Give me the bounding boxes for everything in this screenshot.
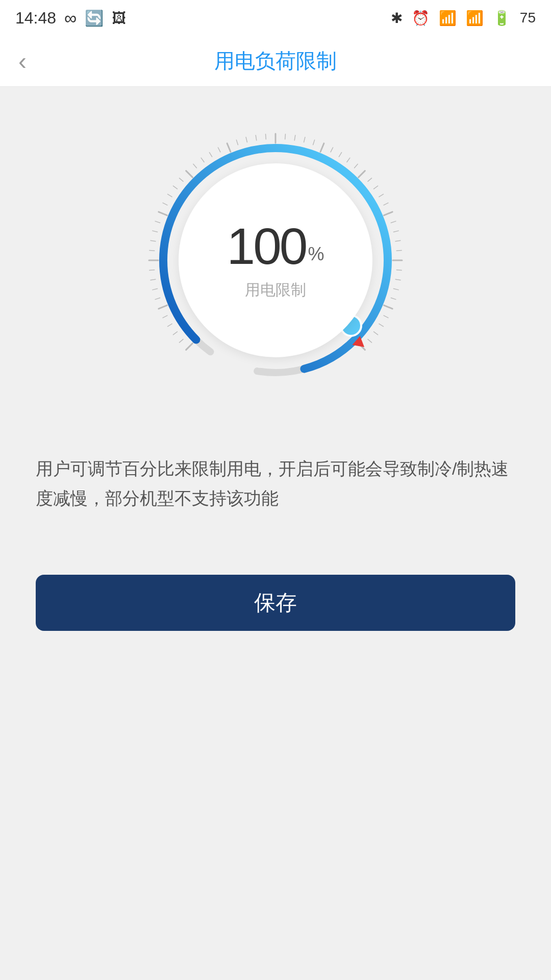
svg-line-35 xyxy=(320,143,324,152)
svg-line-7 xyxy=(153,289,158,290)
description-section: 用户可调节百分比来限制用电，开启后可能会导致制冷/制热速度减慢，部分机型不支持该… xyxy=(0,424,551,534)
svg-line-37 xyxy=(339,153,341,157)
dial-container[interactable]: 100 % 用电限制 xyxy=(143,128,408,393)
svg-line-21 xyxy=(193,164,196,168)
svg-line-43 xyxy=(379,194,384,197)
svg-line-5 xyxy=(159,305,167,309)
header: ‹ 用电负荷限制 xyxy=(0,36,551,87)
dial-value-container: 100 % xyxy=(227,220,324,272)
back-button[interactable]: ‹ xyxy=(18,47,27,75)
svg-line-11 xyxy=(149,251,155,251)
svg-line-20 xyxy=(186,171,193,178)
svg-line-45 xyxy=(384,212,392,215)
svg-line-33 xyxy=(304,137,305,142)
svg-line-31 xyxy=(285,134,286,139)
svg-line-19 xyxy=(179,178,183,181)
svg-line-28 xyxy=(256,135,257,140)
svg-line-48 xyxy=(395,240,400,241)
dial-percent: % xyxy=(308,245,324,263)
status-time-area: 14:48 ∞ 🔄 🖼 xyxy=(15,8,126,28)
dial-section: 100 % 用电限制 xyxy=(0,87,551,424)
svg-line-46 xyxy=(391,221,396,223)
svg-line-6 xyxy=(155,298,160,300)
svg-line-8 xyxy=(151,279,156,280)
wifi-icon: 📶 xyxy=(439,10,457,27)
svg-line-34 xyxy=(313,140,315,145)
svg-line-27 xyxy=(246,137,247,142)
main-content: 100 % 用电限制 用户可调节百分比来限制用电，开启后可能会导致制冷/制热速度… xyxy=(0,87,551,662)
bluetooth-icon: ✱ xyxy=(391,10,403,27)
svg-line-59 xyxy=(368,339,372,342)
svg-line-16 xyxy=(163,203,167,205)
svg-line-9 xyxy=(149,270,155,271)
svg-line-14 xyxy=(155,221,160,223)
svg-line-25 xyxy=(227,143,231,152)
svg-line-23 xyxy=(209,153,212,157)
sync-icon: 🔄 xyxy=(85,9,104,27)
svg-line-58 xyxy=(374,332,378,335)
signal-icon: 📶 xyxy=(466,10,484,27)
description-text: 用户可调节百分比来限制用电，开启后可能会导致制冷/制热速度减慢，部分机型不支持该… xyxy=(36,454,515,513)
svg-line-53 xyxy=(393,289,398,290)
svg-line-38 xyxy=(347,158,350,162)
svg-line-12 xyxy=(151,240,156,241)
save-button[interactable]: 保存 xyxy=(36,575,515,631)
image-icon: 🖼 xyxy=(112,10,126,27)
svg-line-22 xyxy=(201,158,204,162)
page-title: 用电负荷限制 xyxy=(214,47,337,75)
status-bar: 14:48 ∞ 🔄 🖼 ✱ ⏰ 📶 📶 🔋 75 xyxy=(0,0,551,36)
status-icons-area: ✱ ⏰ 📶 📶 🔋 75 xyxy=(391,10,536,27)
dial-label: 用电限制 xyxy=(245,280,306,301)
svg-line-18 xyxy=(173,186,177,189)
svg-line-49 xyxy=(396,251,402,251)
svg-line-17 xyxy=(168,194,172,197)
svg-line-36 xyxy=(331,148,333,152)
svg-line-51 xyxy=(396,270,402,271)
save-button-label: 保存 xyxy=(254,589,297,617)
button-section: 保存 xyxy=(0,534,551,662)
svg-line-54 xyxy=(391,298,396,300)
time-display: 14:48 xyxy=(15,9,56,28)
svg-line-44 xyxy=(384,203,388,205)
svg-line-26 xyxy=(236,140,238,145)
back-icon: ‹ xyxy=(18,47,27,75)
svg-line-3 xyxy=(168,324,172,326)
battery-level: 75 xyxy=(520,10,536,26)
svg-line-24 xyxy=(218,148,220,152)
svg-line-57 xyxy=(379,324,384,326)
svg-line-32 xyxy=(294,135,295,140)
svg-line-1 xyxy=(179,339,183,342)
svg-line-29 xyxy=(266,134,266,139)
svg-line-13 xyxy=(153,231,158,232)
svg-line-56 xyxy=(384,315,388,318)
battery-icon: 🔋 xyxy=(493,10,511,27)
svg-line-39 xyxy=(355,164,358,168)
svg-line-55 xyxy=(384,305,392,309)
svg-line-15 xyxy=(159,212,167,215)
svg-line-40 xyxy=(359,171,365,178)
svg-line-42 xyxy=(374,186,378,189)
svg-line-47 xyxy=(393,231,398,232)
svg-line-2 xyxy=(173,332,177,335)
dial-inner: 100 % 用电限制 xyxy=(179,163,372,357)
svg-line-41 xyxy=(368,178,372,181)
svg-line-0 xyxy=(186,344,193,350)
infinity-icon: ∞ xyxy=(64,8,77,28)
svg-line-4 xyxy=(163,315,167,318)
alarm-icon: ⏰ xyxy=(412,10,430,27)
dial-number: 100 xyxy=(227,220,306,272)
svg-line-52 xyxy=(395,279,400,280)
